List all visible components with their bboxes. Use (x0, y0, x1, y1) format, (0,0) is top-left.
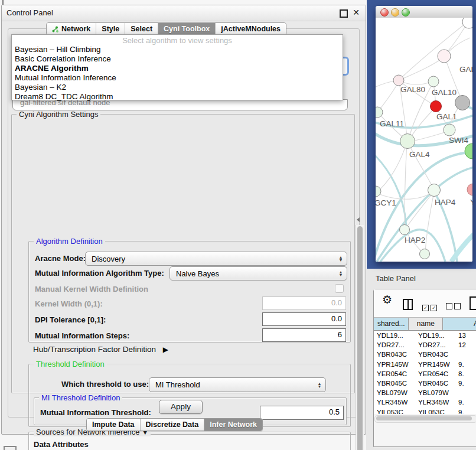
network-node-4[interactable] (431, 101, 442, 112)
algorithm-option-dream8-dc-tdc-algorithm[interactable]: Dream8 DC_TDC Algorithm (12, 92, 343, 102)
network-node-10[interactable] (376, 186, 381, 197)
network-view-window[interactable]: GALGAL80GAL10GAL1GAL11SWI4GAL4GCY1HAP4YH… (376, 6, 472, 262)
control-panel-window: Control Panel ✕ NetworkStyleSelectCyni T… (1, 5, 366, 435)
tab-label: Style (102, 25, 119, 33)
aracne-mode-value: Discovery (92, 255, 336, 263)
hub-transcription-factor-expander[interactable]: Hub/Transcription Factor Definition ▶ (33, 345, 168, 354)
kernel-width-input[interactable]: 0.0 (262, 296, 346, 310)
network-node-5[interactable] (455, 96, 470, 110)
tab-cyni-toolbox[interactable]: Cyni Toolbox (158, 23, 216, 35)
network-window-titlebar[interactable] (376, 6, 472, 18)
mi-algorithm-type-value: Naive Bayes (176, 269, 336, 278)
tab-label: Discretize Data (146, 420, 199, 429)
table-scrollbar-thumb[interactable] (376, 416, 472, 420)
zoom-traffic-light-icon[interactable] (402, 8, 410, 17)
network-node-6[interactable] (376, 107, 383, 118)
dpi-tolerance-label: DPI Tolerance [0,1]: (35, 315, 106, 324)
which-threshold-label: Which threshold to use: (61, 380, 149, 389)
top-tab-bar: NetworkStyleSelectCyni ToolboxjActiveMNo… (46, 22, 286, 35)
network-node-0[interactable] (462, 18, 472, 28)
mi-threshold-definition-title: MI Threshold Definition (39, 393, 122, 402)
network-node-14[interactable] (420, 249, 430, 259)
tab-select[interactable]: Select (125, 23, 158, 35)
minimize-traffic-light-icon[interactable] (391, 8, 399, 17)
table-row[interactable]: YPR145WYPR145W9. (374, 360, 476, 369)
table-row[interactable]: YDR27...YDR27...12 (374, 340, 476, 350)
algorithm-option-basic-correlation-inference[interactable]: Basic Correlation Inference (12, 54, 343, 64)
control-panel-titlebar[interactable]: Control Panel ✕ (2, 5, 366, 21)
which-threshold-combo[interactable]: MI Threshold ▲▼ (149, 377, 326, 392)
threshold-definition-group: Threshold Definition Which threshold to … (28, 364, 351, 427)
gear-icon[interactable]: ⚙ (382, 293, 392, 306)
bottom-tab-bar: Impute DataDiscretize DataInfer Network (86, 418, 263, 431)
table-row[interactable]: YER054CYER054C8. (374, 369, 476, 379)
file-export-icon[interactable] (470, 296, 476, 310)
manual-kernel-width-checkbox[interactable] (335, 284, 344, 293)
table-row[interactable]: YLR345WYLR345W9. (374, 397, 476, 407)
aracne-mode-combo[interactable]: Discovery ▲▼ (85, 252, 347, 266)
network-node-8[interactable] (400, 134, 415, 149)
column-header-a[interactable]: A (443, 318, 476, 330)
cyni-algorithm-settings-group: Cyni Algorithm Settings Algorithm Defini… (11, 114, 355, 393)
network-node-12[interactable] (467, 184, 472, 195)
table-cell: YPR145W (374, 360, 415, 369)
table-cell (455, 388, 476, 397)
network-node-1[interactable] (438, 50, 451, 63)
algorithm-option-mutual-information-inference[interactable]: Mutual Information Inference (12, 73, 343, 83)
close-icon[interactable]: ✕ (353, 8, 360, 17)
mi-threshold-input[interactable]: 0.5 (260, 406, 344, 420)
expander-right-arrow-icon[interactable]: ▶ (163, 345, 168, 354)
table-cell: YER054C (374, 369, 415, 379)
deselect-all-columns-icon[interactable] (446, 301, 462, 312)
network-icon (52, 26, 58, 32)
column-header-shared[interactable]: shared... (374, 318, 409, 330)
network-node-3[interactable] (428, 76, 439, 87)
algorithm-dropdown-list: Bayesian – Hill ClimbingBasic Correlatio… (12, 45, 343, 102)
table-row[interactable]: YIL053CYIL053C9. (374, 407, 476, 415)
vertical-scrollbar-thumb[interactable] (357, 226, 363, 450)
float-window-icon[interactable] (340, 9, 348, 18)
network-node-13[interactable] (400, 225, 410, 235)
network-node-9[interactable] (465, 144, 472, 159)
tab-style[interactable]: Style (96, 23, 125, 35)
network-canvas[interactable]: GALGAL80GAL10GAL1GAL11SWI4GAL4GCY1HAP4YH… (376, 18, 472, 262)
mi-algorithm-type-combo[interactable]: Naive Bayes ▲▼ (169, 266, 347, 281)
minimized-panel-icon[interactable] (4, 446, 17, 450)
tab-infer-network[interactable]: Infer Network (204, 419, 262, 431)
table-row[interactable]: YBR045CYBR045C9. (374, 379, 476, 388)
table-cell: YDR27... (415, 340, 455, 350)
table-cell: YDL19... (415, 331, 455, 340)
algorithm-option-bayesian-k2[interactable]: Bayesian – K2 (12, 83, 343, 92)
table-cell: YBR043C (415, 350, 455, 359)
tab-impute-data[interactable]: Impute Data (87, 419, 141, 431)
table-cell: 9. (455, 360, 476, 369)
table-cell: 9. (455, 397, 476, 407)
table-row[interactable]: YBL079WYBL079W (374, 388, 476, 397)
algorithm-option-aracne-algorithm[interactable]: ARACNE Algorithm (12, 64, 343, 73)
settings-vertical-scrollbar[interactable] (356, 225, 364, 450)
apply-button[interactable]: Apply (159, 400, 203, 414)
network-node-7[interactable] (444, 124, 455, 136)
network-node-11[interactable] (428, 184, 441, 197)
select-all-columns-icon[interactable]: ✓✓ (422, 301, 439, 312)
tab-discretize-data[interactable]: Discretize Data (141, 419, 205, 431)
column-header-name[interactable]: name (409, 318, 443, 330)
network-node-2[interactable] (393, 75, 404, 86)
panel-splitter-arrow-icon[interactable] (357, 217, 360, 222)
algorithm-dropdown-placeholder: Select algorithm to view settings (12, 36, 343, 45)
table-row[interactable]: YBR043CYBR043C (374, 350, 476, 359)
tab-label: Cyni Toolbox (164, 25, 210, 33)
column-view-icon[interactable] (403, 299, 413, 310)
mi-steps-input[interactable]: 6 (262, 328, 346, 342)
algorithm-option-bayesian-hill-climbing[interactable]: Bayesian – Hill Climbing (12, 45, 343, 54)
close-traffic-light-icon[interactable] (380, 8, 389, 17)
dpi-tolerance-input[interactable]: 0.0 (262, 312, 346, 326)
manual-kernel-width-label: Manual Kernel Width Definition (35, 285, 148, 294)
node-label-gal11: GAL11 (380, 119, 404, 128)
tab-network[interactable]: Network (47, 23, 96, 35)
table-cell: 9. (455, 379, 476, 388)
table-row[interactable]: YDL19...YDL19...13 (374, 331, 476, 340)
tab-jactivemnodules[interactable]: jActiveMNodules (216, 23, 286, 35)
tab-label: jActiveMNodules (221, 25, 281, 33)
table-horizontal-scrollbar[interactable] (374, 415, 476, 423)
